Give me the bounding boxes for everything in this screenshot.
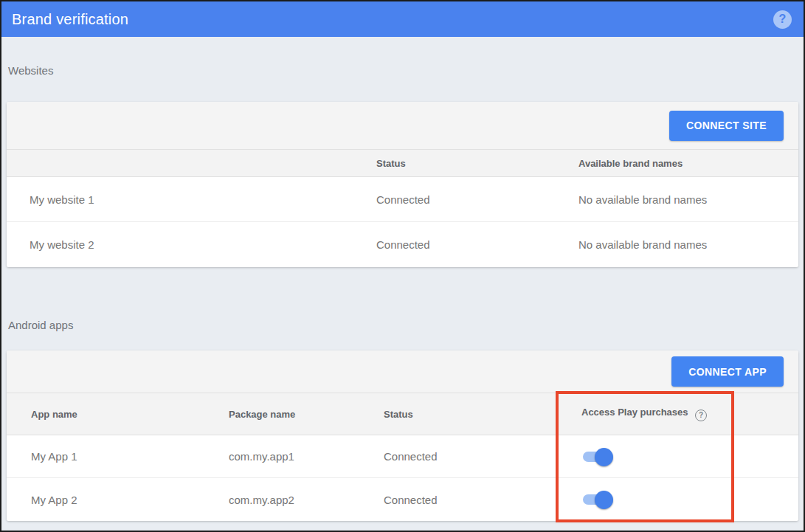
page-content: Websites CONNECT SITE Status Available b… <box>1 65 804 521</box>
connect-site-button[interactable]: CONNECT SITE <box>669 111 784 141</box>
android-apps-toolbar: CONNECT APP <box>7 350 798 393</box>
website-status: Connected <box>376 238 578 251</box>
apps-col-package-name: Package name <box>229 409 384 420</box>
website-status: Connected <box>376 193 578 206</box>
apps-col-access-label: Access Play purchases <box>581 407 688 418</box>
websites-toolbar: CONNECT SITE <box>7 102 798 150</box>
websites-section-label: Websites <box>8 65 798 77</box>
websites-col-status: Status <box>376 158 578 169</box>
app-name: My App 2 <box>7 494 229 506</box>
brand-verification-page: Brand verification ? Websites CONNECT SI… <box>0 0 805 532</box>
page-title: Brand verification <box>12 11 773 28</box>
toggle-thumb <box>595 491 613 509</box>
app-status: Connected <box>384 450 581 463</box>
android-apps-card: CONNECT APP App name Package name Status… <box>7 350 798 521</box>
app-header-bar: Brand verification ? <box>1 1 804 37</box>
table-row: My website 1 Connected No available bran… <box>7 177 798 222</box>
access-play-purchases-toggle[interactable] <box>583 452 608 462</box>
websites-table-header: Status Available brand names <box>7 150 798 177</box>
websites-card: CONNECT SITE Status Available brand name… <box>7 102 798 267</box>
website-brands: No available brand names <box>578 238 798 251</box>
apps-col-access: Access Play purchases ? <box>581 407 798 421</box>
help-icon[interactable]: ? <box>773 10 792 29</box>
question-mark-circle-icon[interactable]: ? <box>695 410 707 421</box>
app-status: Connected <box>384 494 581 506</box>
package-name: com.my.app2 <box>229 494 384 506</box>
connect-app-button[interactable]: CONNECT APP <box>671 356 784 387</box>
table-row: My App 1 com.my.app1 Connected <box>7 435 798 478</box>
website-brands: No available brand names <box>578 193 798 206</box>
access-play-purchases-toggle[interactable] <box>583 494 608 505</box>
table-row: My website 2 Connected No available bran… <box>7 222 798 267</box>
table-row: My App 2 com.my.app2 Connected <box>7 478 798 521</box>
android-apps-section-label: Android apps <box>8 319 798 331</box>
package-name: com.my.app1 <box>229 450 384 463</box>
websites-col-brands: Available brand names <box>578 158 798 169</box>
website-name: My website 1 <box>7 193 376 206</box>
apps-col-app-name: App name <box>7 409 229 420</box>
website-name: My website 2 <box>7 238 376 251</box>
apps-col-status: Status <box>384 409 581 420</box>
app-name: My App 1 <box>7 450 229 463</box>
android-apps-table-header: App name Package name Status Access Play… <box>7 393 798 435</box>
toggle-thumb <box>595 448 613 466</box>
